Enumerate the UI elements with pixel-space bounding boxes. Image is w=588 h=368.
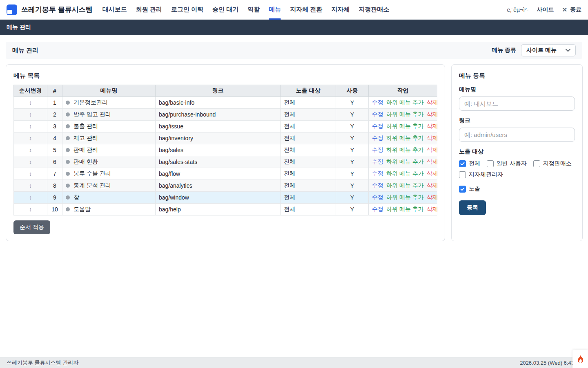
edit-link[interactable]: 수정 — [372, 123, 383, 129]
menu-use: Y — [336, 156, 369, 168]
edit-link[interactable]: 수정 — [372, 194, 383, 200]
menu-list-card: 메뉴 목록 순서변경 # 메뉴명 링크 노출 대상 사용 작업 — [6, 64, 445, 241]
edit-link[interactable]: 수정 — [372, 158, 383, 165]
nav-item[interactable]: 승인 대기 — [212, 0, 238, 20]
add-submenu-link[interactable]: 하위 메뉴 추가 — [386, 135, 424, 141]
checkbox-option[interactable]: 지자체관리자 — [459, 171, 503, 178]
drag-handle-icon[interactable]: ↕ — [29, 111, 32, 118]
delete-link[interactable]: 삭제 — [427, 146, 438, 153]
checkbox-icon — [487, 160, 494, 167]
add-submenu-link[interactable]: 하위 메뉴 추가 — [386, 123, 424, 129]
nav-item[interactable]: 메뉴 — [269, 0, 281, 20]
delete-link[interactable]: 삭제 — [427, 206, 438, 212]
add-submenu-link[interactable]: 하위 메뉴 추가 — [386, 146, 424, 153]
nav-item[interactable]: 지정판매소 — [359, 0, 389, 20]
menu-link-input[interactable] — [459, 128, 575, 142]
drag-handle-icon[interactable]: ↕ — [29, 171, 32, 177]
drag-handle-icon[interactable]: ↕ — [29, 159, 32, 165]
table-row: ↕1기본정보관리bag/basic-info전체Y수정하위 메뉴 추가삭제 — [14, 97, 437, 109]
delete-link[interactable]: 삭제 — [427, 99, 438, 105]
app-title: 쓰레기봉투 물류시스템 — [21, 5, 93, 14]
menu-link: bag/inventory — [156, 132, 281, 144]
nav-item[interactable]: 대시보드 — [102, 0, 127, 20]
add-submenu-link[interactable]: 하위 메뉴 추가 — [386, 99, 424, 105]
menu-dot-icon — [66, 207, 70, 211]
edit-link[interactable]: 수정 — [372, 146, 383, 153]
menu-name-input[interactable] — [459, 96, 575, 111]
delete-link[interactable]: 삭제 — [427, 135, 438, 141]
row-number: 4 — [47, 132, 62, 144]
nav-item[interactable]: 회원 관리 — [136, 0, 162, 20]
chevron-down-icon — [566, 49, 570, 52]
menu-register-title: 메뉴 등록 — [459, 72, 575, 80]
menu-use: Y — [336, 168, 369, 180]
delete-link[interactable]: 삭제 — [427, 170, 438, 177]
menu-table: 순서변경 # 메뉴명 링크 노출 대상 사용 작업 ↕1기본정보관리bag/ba… — [13, 85, 437, 215]
table-row: ↕3불출 관리bag/issue전체Y수정하위 메뉴 추가삭제 — [14, 121, 437, 132]
drag-handle-icon[interactable]: ↕ — [29, 182, 32, 189]
checkbox-icon — [533, 160, 540, 167]
menu-name-label: 메뉴명 — [459, 86, 575, 93]
delete-link[interactable]: 삭제 — [427, 123, 438, 129]
menu-target: 전체 — [281, 168, 336, 180]
menu-dot-icon — [66, 112, 70, 117]
add-submenu-link[interactable]: 하위 메뉴 추가 — [386, 170, 424, 177]
table-row: ↕6판매 현황bag/sales-stats전체Y수정하위 메뉴 추가삭제 — [14, 156, 437, 168]
row-number: 8 — [47, 180, 62, 192]
menu-register-card: 메뉴 등록 메뉴명 링크 노출 대상 전체일반 사용자지정판매소지자체관리자 노… — [451, 64, 583, 241]
edit-link[interactable]: 수정 — [372, 99, 383, 105]
debug-toolbar-button[interactable] — [572, 350, 588, 368]
apply-order-button[interactable]: 순서 적용 — [13, 220, 50, 234]
menu-use: Y — [336, 109, 369, 121]
nav-item[interactable]: 역할 — [247, 0, 260, 20]
flame-icon — [576, 354, 585, 364]
add-submenu-link[interactable]: 하위 메뉴 추가 — [386, 206, 424, 212]
delete-link[interactable]: 삭제 — [427, 182, 438, 188]
checkbox-icon — [459, 171, 466, 178]
footer: 쓰레기봉투 물류시스템 관리자 2026.03.25 (Wed) 6:43:43 — [0, 357, 588, 368]
add-submenu-link[interactable]: 하위 메뉴 추가 — [386, 194, 424, 200]
nav-item[interactable]: 로그인 이력 — [171, 0, 203, 20]
menu-type-select[interactable]: 사이트 메뉴 — [521, 44, 576, 56]
target-label: 노출 대상 — [459, 148, 575, 155]
menu-dot-icon — [66, 148, 70, 152]
drag-handle-icon[interactable]: ↕ — [29, 147, 32, 153]
add-submenu-link[interactable]: 하위 메뉴 추가 — [386, 111, 424, 117]
drag-handle-icon[interactable]: ↕ — [29, 135, 32, 141]
menu-use: Y — [336, 192, 369, 204]
checkbox-option[interactable]: 전체 — [459, 160, 480, 167]
drag-handle-icon[interactable]: ↕ — [29, 123, 32, 130]
checkbox-option[interactable]: 노출 — [459, 185, 575, 193]
register-button[interactable]: 등록 — [459, 200, 486, 215]
checkbox-label: 노출 — [469, 185, 480, 193]
edit-link[interactable]: 수정 — [372, 111, 383, 117]
table-row: ↕8통계 분석 관리bag/analytics전체Y수정하위 메뉴 추가삭제 — [14, 180, 437, 192]
edit-link[interactable]: 수정 — [372, 206, 383, 212]
menu-target: 전체 — [281, 132, 336, 144]
table-row: ↕4재고 관리bag/inventory전체Y수정하위 메뉴 추가삭제 — [14, 132, 437, 144]
menu-name: 불출 관리 — [74, 123, 98, 129]
edit-link[interactable]: 수정 — [372, 182, 383, 188]
drag-handle-icon[interactable]: ↕ — [29, 206, 32, 213]
edit-link[interactable]: 수정 — [372, 170, 383, 177]
add-submenu-link[interactable]: 하위 메뉴 추가 — [386, 182, 424, 188]
menu-dot-icon — [66, 124, 70, 128]
checkbox-option[interactable]: 지정판매소 — [533, 160, 572, 167]
delete-link[interactable]: 삭제 — [427, 111, 438, 117]
logout-button[interactable]: ✕ 종료 — [562, 6, 581, 13]
delete-link[interactable]: 삭제 — [427, 158, 438, 165]
add-submenu-link[interactable]: 하위 메뉴 추가 — [386, 158, 424, 165]
checkbox-option[interactable]: 일반 사용자 — [487, 160, 527, 167]
drag-handle-icon[interactable]: ↕ — [29, 194, 32, 201]
nav-item[interactable]: 지자체 — [331, 0, 350, 20]
delete-link[interactable]: 삭제 — [427, 194, 438, 200]
visible-checkbox-row: 노출 — [459, 185, 575, 193]
checkbox-label: 지정판매소 — [543, 160, 572, 167]
page-title: 메뉴 관리 — [7, 24, 31, 31]
drag-handle-icon[interactable]: ↕ — [29, 99, 32, 106]
menu-target: 전체 — [281, 144, 336, 156]
site-link[interactable]: 사이트 — [537, 6, 554, 13]
menu-target: 전체 — [281, 180, 336, 192]
edit-link[interactable]: 수정 — [372, 135, 383, 141]
nav-item[interactable]: 지자체 전환 — [290, 0, 322, 20]
